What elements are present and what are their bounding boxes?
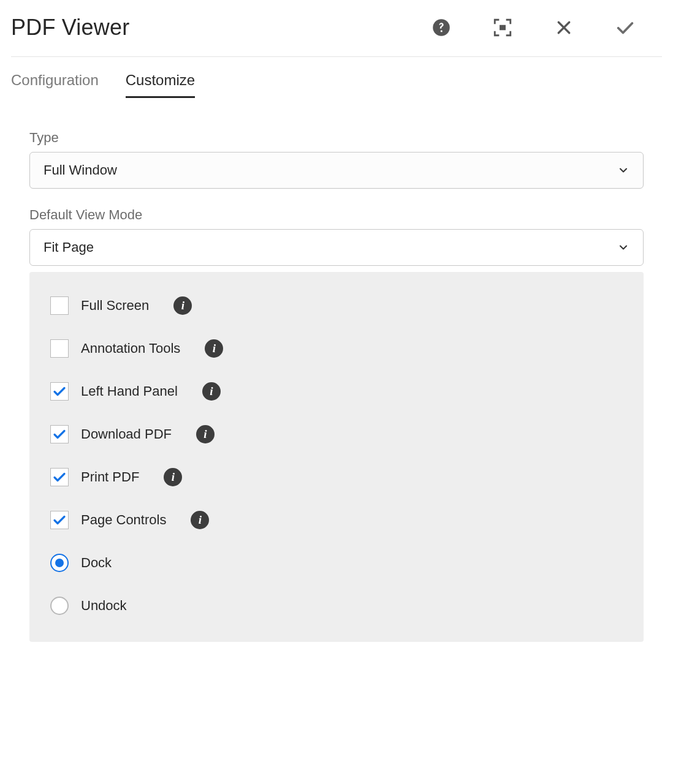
- tab-configuration[interactable]: Configuration: [11, 72, 99, 98]
- svg-rect-1: [441, 30, 443, 32]
- page-controls-checkbox[interactable]: [50, 511, 69, 529]
- page-controls-info-icon[interactable]: i: [191, 511, 209, 529]
- download-pdf-info-icon[interactable]: i: [196, 425, 215, 443]
- done-button[interactable]: [614, 17, 636, 39]
- annotation-tools-checkbox[interactable]: [50, 339, 69, 358]
- full-screen-checkbox[interactable]: [50, 296, 69, 315]
- fullscreen-button[interactable]: [492, 17, 514, 39]
- annotation-tools-info-icon[interactable]: i: [205, 339, 223, 358]
- option-dock-row: Dock: [50, 554, 623, 572]
- option-left-hand-panel-row: Left Hand Panel i: [50, 382, 623, 401]
- download-pdf-checkbox[interactable]: [50, 425, 69, 443]
- checkmark-icon: [52, 427, 67, 442]
- undock-radio[interactable]: [50, 597, 69, 615]
- left-hand-panel-info-icon[interactable]: i: [202, 382, 221, 401]
- check-icon: [615, 17, 636, 38]
- dock-radio[interactable]: [50, 554, 69, 572]
- type-label: Type: [29, 130, 644, 146]
- checkmark-icon: [52, 513, 67, 527]
- print-pdf-checkbox[interactable]: [50, 468, 69, 486]
- annotation-tools-label: Annotation Tools: [81, 341, 180, 356]
- fullscreen-icon: [492, 17, 513, 38]
- left-hand-panel-label: Left Hand Panel: [81, 383, 178, 399]
- checkmark-icon: [52, 470, 67, 484]
- tab-customize[interactable]: Customize: [126, 72, 195, 98]
- dock-label: Dock: [81, 555, 112, 571]
- default-view-mode-label: Default View Mode: [29, 207, 644, 223]
- dialog-title: PDF Viewer: [11, 15, 430, 40]
- undock-label: Undock: [81, 598, 127, 614]
- default-view-mode-select-value: Fit Page: [44, 239, 94, 255]
- chevron-down-icon: [617, 241, 629, 254]
- close-icon: [555, 18, 573, 37]
- tabs: Configuration Customize: [0, 57, 673, 98]
- download-pdf-label: Download PDF: [81, 426, 172, 442]
- option-undock-row: Undock: [50, 597, 623, 615]
- type-select-value: Full Window: [44, 162, 117, 178]
- page-controls-label: Page Controls: [81, 512, 166, 528]
- close-button[interactable]: [553, 17, 575, 39]
- option-full-screen-row: Full Screen i: [50, 296, 623, 315]
- options-panel: Full Screen i Annotation Tools i Left Ha…: [29, 272, 644, 642]
- header-actions: [430, 17, 662, 39]
- full-screen-label: Full Screen: [81, 298, 149, 314]
- chevron-down-icon: [617, 164, 629, 176]
- left-hand-panel-checkbox[interactable]: [50, 382, 69, 401]
- svg-rect-2: [500, 25, 506, 31]
- field-default-view-mode: Default View Mode Fit Page: [29, 207, 644, 266]
- print-pdf-info-icon[interactable]: i: [164, 468, 182, 486]
- full-screen-info-icon[interactable]: i: [173, 296, 192, 315]
- default-view-mode-select[interactable]: Fit Page: [29, 229, 644, 266]
- field-type: Type Full Window: [29, 130, 644, 189]
- option-download-pdf-row: Download PDF i: [50, 425, 623, 443]
- dialog-header: PDF Viewer: [0, 0, 673, 56]
- type-select[interactable]: Full Window: [29, 152, 644, 189]
- checkmark-icon: [52, 384, 67, 399]
- option-page-controls-row: Page Controls i: [50, 511, 623, 529]
- help-button[interactable]: [430, 17, 452, 39]
- option-print-pdf-row: Print PDF i: [50, 468, 623, 486]
- help-icon: [432, 18, 451, 37]
- print-pdf-label: Print PDF: [81, 469, 139, 485]
- option-annotation-tools-row: Annotation Tools i: [50, 339, 623, 358]
